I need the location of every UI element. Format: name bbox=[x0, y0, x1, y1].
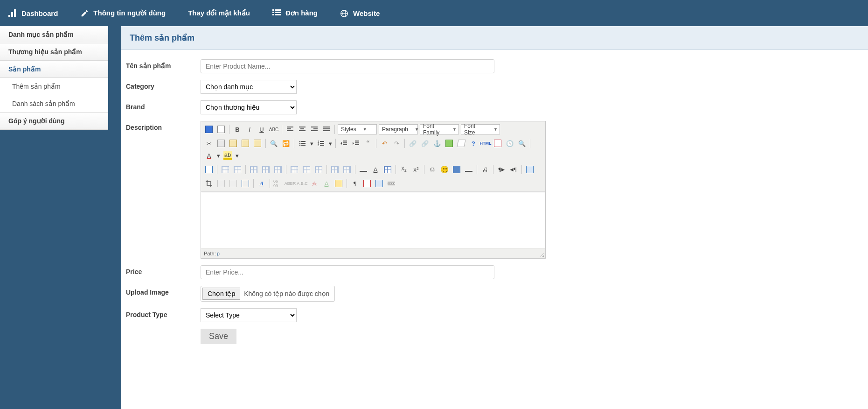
row-before-icon[interactable] bbox=[249, 164, 259, 175]
table-cell-icon[interactable] bbox=[220, 164, 230, 175]
paste-word-icon[interactable] bbox=[252, 138, 263, 148]
merge-cells-icon[interactable] bbox=[342, 164, 352, 175]
outdent-icon[interactable] bbox=[339, 138, 349, 148]
table-row-icon[interactable] bbox=[232, 164, 243, 175]
blockquote-icon[interactable]: “ bbox=[363, 138, 373, 148]
link-icon[interactable]: 🔗 bbox=[408, 138, 418, 148]
nav-dashboard[interactable]: Dashboard bbox=[4, 7, 62, 20]
forecolor-icon[interactable]: A bbox=[204, 150, 214, 161]
unlink-icon[interactable]: 🔗 bbox=[420, 138, 430, 148]
insert-time-icon[interactable]: 🕓 bbox=[505, 138, 515, 148]
help-icon[interactable]: ? bbox=[468, 138, 479, 148]
undo-icon[interactable]: ↶ bbox=[379, 138, 389, 148]
italic-icon[interactable]: I bbox=[244, 124, 255, 134]
paragraph-select[interactable]: Paragraph▼ bbox=[379, 124, 418, 134]
split-cells-icon[interactable] bbox=[330, 164, 340, 175]
find-icon[interactable]: 🔍 bbox=[269, 138, 279, 148]
backcolor-menu-icon[interactable]: ▾ bbox=[235, 150, 239, 161]
choose-file-button[interactable]: Chọn tệp bbox=[202, 288, 240, 300]
underline-icon[interactable]: U bbox=[257, 124, 267, 134]
insert-date-icon[interactable] bbox=[493, 138, 503, 148]
preview-icon[interactable]: 🔍 bbox=[517, 138, 527, 148]
ltr-icon[interactable]: ¶▸ bbox=[496, 164, 507, 175]
subscript-icon[interactable]: X2 bbox=[399, 164, 409, 175]
hr-icon[interactable] bbox=[358, 164, 368, 175]
copy-icon[interactable] bbox=[216, 138, 226, 148]
sidebar-item-categories[interactable]: Danh mục sản phẩm bbox=[0, 26, 108, 43]
align-right-icon[interactable] bbox=[309, 124, 319, 134]
fullscreen-icon[interactable] bbox=[525, 164, 535, 175]
sidebar-sub-list-products[interactable]: Danh sách sản phẩm bbox=[0, 95, 108, 113]
styles-select[interactable]: Styles▼ bbox=[338, 124, 377, 134]
insert-table-icon[interactable] bbox=[382, 164, 393, 175]
col-after-icon[interactable] bbox=[301, 164, 312, 175]
pagebreak-icon[interactable] bbox=[386, 178, 396, 189]
anchor-icon[interactable]: ⚓ bbox=[432, 138, 442, 148]
superscript-icon[interactable]: X2 bbox=[411, 164, 421, 175]
nav-change-password[interactable]: Thay đổi mật khẩu bbox=[183, 6, 255, 20]
nonbreaking-icon[interactable] bbox=[362, 178, 372, 189]
layer-back-icon[interactable] bbox=[216, 178, 226, 189]
font-size-select[interactable]: Font Size▼ bbox=[461, 124, 500, 134]
align-justify-icon[interactable] bbox=[321, 124, 332, 134]
redo-icon[interactable]: ↷ bbox=[391, 138, 402, 148]
insert-layer-icon[interactable] bbox=[204, 164, 214, 175]
save-button[interactable]: Save bbox=[201, 329, 236, 344]
numbered-list-menu-icon[interactable]: ▾ bbox=[328, 138, 333, 148]
crop-icon[interactable] bbox=[204, 178, 214, 189]
attribs-icon[interactable] bbox=[333, 178, 344, 189]
resize-handle-icon[interactable] bbox=[539, 252, 544, 257]
replace-icon[interactable]: 🔁 bbox=[281, 138, 291, 148]
cleanup-icon[interactable] bbox=[456, 138, 466, 148]
delete-row-icon[interactable] bbox=[273, 164, 283, 175]
numbered-list-icon[interactable]: 123 bbox=[316, 138, 326, 148]
bullet-list-icon[interactable] bbox=[297, 138, 307, 148]
advhr-icon[interactable] bbox=[464, 164, 474, 175]
product-name-input[interactable] bbox=[201, 59, 494, 73]
acronym-icon[interactable]: A.B.C bbox=[297, 178, 307, 189]
layer-front-icon[interactable] bbox=[228, 178, 238, 189]
rte-path-element[interactable]: p bbox=[217, 251, 220, 256]
template-icon[interactable] bbox=[374, 178, 384, 189]
ins-icon[interactable]: A bbox=[321, 178, 332, 189]
save-icon[interactable] bbox=[204, 124, 214, 134]
nav-website[interactable]: Website bbox=[335, 7, 384, 20]
rte-editable-area[interactable] bbox=[201, 192, 545, 248]
align-center-icon[interactable] bbox=[297, 124, 307, 134]
sidebar-sub-add-product[interactable]: Thêm sản phẩm bbox=[0, 78, 108, 95]
font-family-select[interactable]: Font Family▼ bbox=[420, 124, 459, 134]
styleprops-icon[interactable]: A bbox=[257, 178, 267, 189]
absolute-icon[interactable] bbox=[240, 178, 250, 189]
cut-icon[interactable]: ✂ bbox=[204, 138, 214, 148]
charmap-icon[interactable]: Ω bbox=[427, 164, 437, 175]
backcolor-icon[interactable]: ab bbox=[222, 150, 233, 161]
category-select[interactable]: Chọn danh mục bbox=[201, 80, 297, 94]
delete-col-icon[interactable] bbox=[313, 164, 324, 175]
print-icon[interactable]: 🖨 bbox=[480, 164, 490, 175]
row-after-icon[interactable] bbox=[261, 164, 271, 175]
paste-text-icon[interactable] bbox=[240, 138, 250, 148]
price-input[interactable] bbox=[201, 265, 494, 279]
sidebar-item-brands[interactable]: Thương hiệu sản phẩm bbox=[0, 43, 108, 61]
abbr-icon[interactable]: ABBR bbox=[285, 178, 295, 189]
bullet-list-menu-icon[interactable]: ▾ bbox=[309, 138, 314, 148]
code-icon[interactable]: HTML bbox=[480, 138, 491, 148]
paste-icon[interactable] bbox=[228, 138, 238, 148]
brand-select[interactable]: Chọn thương hiệu bbox=[201, 100, 297, 114]
media-icon[interactable] bbox=[451, 164, 462, 175]
rtl-icon[interactable]: ◂¶ bbox=[508, 164, 519, 175]
col-before-icon[interactable] bbox=[289, 164, 299, 175]
emotions-icon[interactable] bbox=[439, 164, 450, 175]
forecolor-menu-icon[interactable]: ▾ bbox=[216, 150, 221, 161]
newdoc-icon[interactable] bbox=[216, 124, 226, 134]
visualchars-icon[interactable]: ¶ bbox=[350, 178, 360, 189]
bold-icon[interactable]: B bbox=[232, 124, 243, 134]
del-icon[interactable]: A bbox=[309, 178, 319, 189]
image-icon[interactable] bbox=[444, 138, 454, 148]
nav-orders[interactable]: Đơn hàng bbox=[268, 6, 322, 20]
sidebar-item-feedback[interactable]: Góp ý người dùng bbox=[0, 113, 108, 130]
product-type-select[interactable]: Select Type bbox=[201, 308, 297, 322]
sidebar-item-products[interactable]: Sản phẩm bbox=[0, 61, 108, 78]
indent-icon[interactable] bbox=[351, 138, 361, 148]
strikethrough-icon[interactable]: ABC bbox=[269, 124, 279, 134]
